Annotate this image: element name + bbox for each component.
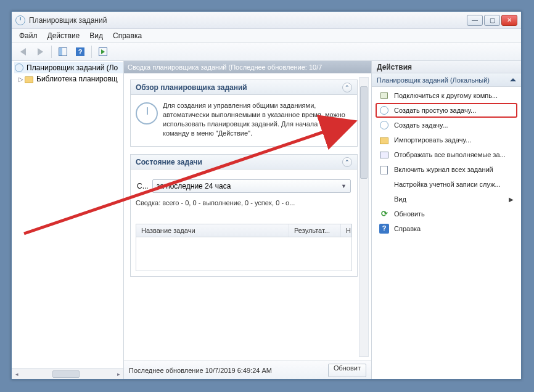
- action-refresh[interactable]: ⟳ Обновить: [376, 206, 517, 221]
- status-panel: Состояние задачи ⌃ С... за последние 24 …: [130, 154, 358, 277]
- action-help[interactable]: ? Справка: [376, 221, 517, 236]
- clock-icon: [136, 102, 158, 125]
- action-create-label: Создать задачу...: [394, 121, 448, 129]
- refresh-summary-button[interactable]: Обновит: [328, 364, 366, 377]
- action-import-task[interactable]: Импортировать задачу...: [376, 133, 517, 147]
- blank-icon: [379, 179, 389, 189]
- chevron-right-icon: ▶: [509, 196, 514, 203]
- action-show-running[interactable]: Отображать все выполняемые за...: [376, 147, 517, 162]
- toolbar-separator: [91, 46, 92, 58]
- clock-icon: [379, 105, 389, 115]
- menu-view[interactable]: Вид: [84, 30, 108, 41]
- clock-icon: [379, 120, 389, 130]
- window-title: Планировщик заданий: [29, 16, 107, 25]
- titlebar[interactable]: Планировщик заданий — ▢ ✕: [12, 12, 521, 29]
- show-hide-tree-button[interactable]: [55, 44, 70, 59]
- action-show-running-label: Отображать все выполняемые за...: [394, 151, 506, 158]
- client-area: Планировщик заданий (Ло ▷ Библиотека пла…: [12, 61, 521, 379]
- arrow-left-icon: [20, 48, 26, 55]
- action-account-label: Настройка учетной записи служ...: [394, 181, 501, 188]
- action-create-simple-task[interactable]: Создать простую задачу...: [376, 103, 517, 118]
- status-table: Название задачи Результат... Н: [136, 224, 352, 271]
- col-task-name[interactable]: Название задачи: [136, 224, 289, 237]
- summary-header: Сводка планировщика заданий (Последнее о…: [124, 61, 371, 73]
- summary-footer: Последнее обновление 10/7/2019 6:49:24 A…: [124, 361, 371, 379]
- back-button[interactable]: [15, 44, 30, 59]
- clock-icon: [15, 15, 25, 25]
- action-help-label: Справка: [394, 225, 421, 232]
- status-table-body: [136, 237, 351, 271]
- action-enable-log[interactable]: Включить журнал всех заданий: [376, 162, 517, 177]
- tree-item-library[interactable]: ▷ Библиотека планировщ: [14, 73, 123, 84]
- tree-root[interactable]: Планировщик заданий (Ло: [14, 62, 123, 73]
- forward-button[interactable]: [33, 44, 47, 59]
- menubar: Файл Действие Вид Справка: [12, 29, 521, 43]
- tree-horizontal-scrollbar[interactable]: ◂▸: [12, 368, 123, 379]
- overview-title: Обзор планировщика заданий: [136, 83, 247, 92]
- tree-root-label: Планировщик заданий (Ло: [27, 63, 118, 72]
- refresh-icon: ⟳: [379, 209, 389, 219]
- display-icon: [379, 150, 389, 160]
- help-icon: ?: [379, 224, 389, 234]
- play-icon: [101, 49, 105, 54]
- computer-icon: [379, 91, 389, 100]
- collapse-icon[interactable]: ⌃: [342, 83, 352, 92]
- actions-pane: Действия Планировщик заданий (Локальный)…: [372, 61, 521, 379]
- actions-title: Действия: [372, 61, 521, 73]
- status-panel-header[interactable]: Состояние задачи ⌃: [131, 155, 357, 169]
- maximize-button[interactable]: ▢: [484, 15, 500, 26]
- vertical-scrollbar[interactable]: [359, 77, 369, 357]
- action-import-label: Импортировать задачу...: [394, 136, 471, 144]
- actions-context-label: Планировщик заданий (Локальный): [377, 76, 490, 84]
- menu-help[interactable]: Справка: [108, 30, 147, 41]
- action-connect-label: Подключиться к другому компь...: [394, 92, 498, 99]
- action-view-submenu[interactable]: Вид ▶: [376, 192, 517, 206]
- folder-icon: [24, 74, 34, 84]
- last-update-text: Последнее обновление 10/7/2019 6:49:24 A…: [129, 367, 272, 374]
- summary-pane: Сводка планировщика заданий (Последнее о…: [124, 61, 372, 379]
- chevron-down-icon: ▼: [341, 183, 347, 189]
- toolbar-separator: [51, 46, 52, 58]
- menu-file[interactable]: Файл: [14, 30, 43, 41]
- action-connect[interactable]: Подключиться к другому компь...: [376, 88, 517, 103]
- folder-icon: [379, 135, 389, 145]
- arrow-right-icon: [38, 48, 43, 55]
- action-refresh-label: Обновить: [394, 210, 425, 218]
- period-dropdown[interactable]: за последние 24 часа ▼: [152, 179, 351, 193]
- expander-icon[interactable]: ▷: [18, 76, 24, 83]
- help-toolbar-button[interactable]: ?: [73, 44, 88, 59]
- caret-up-icon: [510, 78, 516, 81]
- overview-panel-header[interactable]: Обзор планировщика заданий ⌃: [131, 80, 357, 95]
- help-icon: ?: [76, 47, 84, 56]
- period-value: за последние 24 часа: [157, 182, 231, 190]
- tree-library-label: Библиотека планировщ: [36, 75, 118, 83]
- col-result[interactable]: Результат...: [289, 224, 341, 237]
- col-extra[interactable]: Н: [341, 224, 351, 237]
- menu-action[interactable]: Действие: [43, 30, 85, 41]
- action-view-label: Вид: [394, 195, 406, 203]
- action-create-task[interactable]: Создать задачу...: [376, 118, 517, 133]
- log-icon: [379, 165, 389, 174]
- task-scheduler-window: Планировщик заданий — ▢ ✕ Файл Действие …: [11, 11, 522, 380]
- status-title: Состояние задачи: [136, 158, 202, 166]
- status-summary: Сводка: всего - 0, 0 - выполнение, 0 - у…: [136, 199, 352, 206]
- action-account-config[interactable]: Настройка учетной записи служ...: [376, 177, 517, 192]
- blank-icon: [379, 194, 389, 204]
- action-enable-log-label: Включить журнал всех заданий: [394, 166, 493, 173]
- actions-context-header[interactable]: Планировщик заданий (Локальный): [372, 73, 521, 87]
- close-button[interactable]: ✕: [501, 15, 517, 26]
- toolbar: ?: [12, 43, 521, 61]
- collapse-icon[interactable]: ⌃: [342, 157, 352, 167]
- tree-pane: Планировщик заданий (Ло ▷ Библиотека пла…: [12, 61, 124, 379]
- action-create-simple-label: Создать простую задачу...: [394, 107, 476, 114]
- overview-panel: Обзор планировщика заданий ⌃ Для создани…: [130, 80, 358, 147]
- run-button[interactable]: [96, 44, 110, 59]
- clock-icon: [14, 63, 24, 73]
- overview-text: Для создания и управления общими задания…: [163, 101, 352, 137]
- status-period-label: С...: [137, 182, 149, 190]
- minimize-button[interactable]: —: [467, 15, 483, 26]
